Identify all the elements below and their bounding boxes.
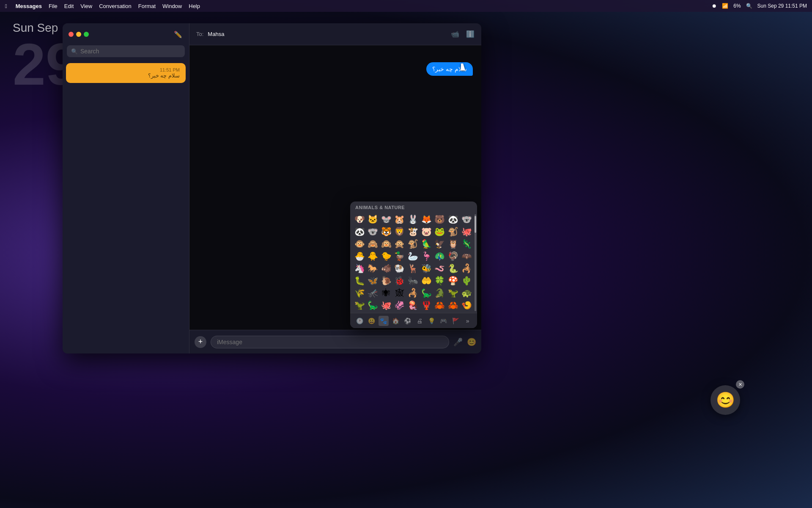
emoji-snake[interactable]: 🐍 <box>447 262 459 274</box>
emoji-bat[interactable]: 🦇 <box>461 250 472 262</box>
emoji-scorpion[interactable]: 🦂 <box>461 262 472 274</box>
emoji-mushroom[interactable]: 🍄 <box>447 275 459 287</box>
emoji-snail[interactable]: 🐌 <box>380 275 392 287</box>
emoji-t-rex[interactable]: 🦖 <box>447 287 459 299</box>
maximize-button[interactable] <box>84 32 89 37</box>
emoji-cat-food[interactable]: 🏠 <box>390 316 401 326</box>
emoji-lobster[interactable]: 🦞 <box>420 299 432 311</box>
emoji-cactus[interactable]: 🌵 <box>461 275 472 287</box>
emoji-cat-travel[interactable]: 🖨 <box>414 316 425 326</box>
emoji-turtle[interactable]: 🐢 <box>461 287 472 299</box>
emoji-panda[interactable]: 🐼 <box>447 213 459 225</box>
apple-menu[interactable]:  <box>5 3 7 9</box>
emoji-butterfly[interactable]: 🦋 <box>367 275 379 287</box>
audio-input-button[interactable]: 🎤 <box>453 337 463 347</box>
emoji-swan[interactable]: 🦢 <box>407 250 419 262</box>
emoji-flamingo[interactable]: 🦩 <box>420 250 432 262</box>
emoji-sheaf[interactable]: 🌾 <box>354 287 365 299</box>
emoji-cat-symbols[interactable]: 🎮 <box>439 316 449 326</box>
emoji-cat-clock[interactable]: 🕐 <box>354 316 365 326</box>
emoji-bug[interactable]: 🐛 <box>354 275 365 287</box>
emoji-duck[interactable]: 🦆 <box>394 250 406 262</box>
search-bar[interactable]: 🔍 <box>67 45 185 57</box>
emoji-horse[interactable]: 🐎 <box>367 262 379 274</box>
message-input[interactable] <box>211 336 449 348</box>
emoji-chick[interactable]: 🐥 <box>367 250 379 262</box>
emoji-four-leaf[interactable]: 🍀 <box>434 275 446 287</box>
menubar-conversation[interactable]: Conversation <box>99 3 132 9</box>
emoji-see-no-evil[interactable]: 🙈 <box>367 238 379 250</box>
emoji-ram[interactable]: 🐏 <box>394 262 406 274</box>
close-reaction-button[interactable]: ✕ <box>736 380 744 389</box>
search-input[interactable] <box>80 48 181 55</box>
menubar-search-icon[interactable]: 🔍 <box>746 3 752 9</box>
menubar-help[interactable]: Help <box>189 3 200 9</box>
compose-button[interactable]: ✏️ <box>173 29 183 39</box>
emoji-mosquito[interactable]: 🦟 <box>367 287 379 299</box>
emoji-shrimp[interactable]: 🍤 <box>461 299 472 311</box>
menubar-edit[interactable]: Edit <box>64 3 74 9</box>
emoji-hamster[interactable]: 🐹 <box>394 213 406 225</box>
emoji-parrot[interactable]: 🦜 <box>420 238 432 250</box>
emoji-chick2[interactable]: 🐤 <box>380 250 392 262</box>
emoji-dino3[interactable]: 🦕 <box>367 299 379 311</box>
emoji-polar-bear[interactable]: 🐨 <box>461 213 472 225</box>
emoji-scorpion2[interactable]: 🦂 <box>407 287 419 299</box>
emoji-spider[interactable]: 🕷 <box>380 287 392 299</box>
emoji-ladybug[interactable]: 🐞 <box>394 275 406 287</box>
emoji-octopus2[interactable]: 🐙 <box>380 299 392 311</box>
emoji-picker-button[interactable]: 😊 <box>467 337 476 347</box>
minimize-button[interactable] <box>76 32 81 37</box>
reaction-emoji-bubble[interactable]: 😊 <box>710 385 740 415</box>
menubar-control-center-icon[interactable]: ⏺ <box>712 3 717 9</box>
emoji-turkey[interactable]: 🦃 <box>447 250 459 262</box>
emoji-crab[interactable]: 🦀 <box>434 299 446 311</box>
emoji-boar[interactable]: 🐗 <box>380 262 392 274</box>
emoji-squid[interactable]: 🦑 <box>394 299 406 311</box>
emoji-octopus[interactable]: 🐙 <box>461 226 472 237</box>
emoji-praying-hands[interactable]: 🤲 <box>420 275 432 287</box>
emoji-mouse[interactable]: 🐭 <box>380 213 392 225</box>
emoji-unicorn[interactable]: 🦄 <box>354 262 365 274</box>
emoji-pig[interactable]: 🐷 <box>420 226 432 237</box>
emoji-rabbit[interactable]: 🐰 <box>407 213 419 225</box>
emoji-web[interactable]: 🕸 <box>394 287 406 299</box>
emoji-jellyfish[interactable]: 🪼 <box>407 299 419 311</box>
menubar-app-name[interactable]: Messages <box>16 3 42 9</box>
emoji-monkey[interactable]: 🐵 <box>354 238 365 250</box>
emoji-cat-activities[interactable]: ⚽ <box>403 316 413 326</box>
emoji-dog[interactable]: 🐶 <box>354 213 365 225</box>
emoji-worm[interactable]: 🪱 <box>434 262 446 274</box>
emoji-lizard[interactable]: 🦎 <box>461 238 472 250</box>
emoji-sauropod[interactable]: 🦕 <box>420 287 432 299</box>
menubar-format[interactable]: Format <box>138 3 156 9</box>
emoji-hatching[interactable]: 🐣 <box>354 250 365 262</box>
emoji-cat-more[interactable]: » <box>463 316 473 326</box>
close-button[interactable] <box>69 32 74 37</box>
emoji-hear-no-evil[interactable]: 🙉 <box>380 238 392 250</box>
emoji-crab2[interactable]: 🦀 <box>447 299 459 311</box>
menubar-view[interactable]: View <box>80 3 92 9</box>
info-icon[interactable]: ℹ️ <box>466 30 475 38</box>
emoji-cat-objects[interactable]: 💡 <box>427 316 437 326</box>
emoji-cat[interactable]: 🐱 <box>367 213 379 225</box>
emoji-scrollbar[interactable] <box>475 214 476 311</box>
emoji-monkey2[interactable]: 🐒 <box>407 238 419 250</box>
menubar-window[interactable]: Window <box>162 3 182 9</box>
emoji-peacock[interactable]: 🦚 <box>434 250 446 262</box>
video-call-icon[interactable]: 📹 <box>451 30 459 38</box>
emoji-owl[interactable]: 🦉 <box>447 238 459 250</box>
emoji-ant[interactable]: 🐜 <box>407 275 419 287</box>
menubar-file[interactable]: File <box>49 3 58 9</box>
emoji-lion[interactable]: 🦁 <box>394 226 406 237</box>
add-attachment-button[interactable]: + <box>195 336 206 348</box>
emoji-monkey-face[interactable]: 🐒 <box>447 226 459 237</box>
conversation-item[interactable]: 11:51 PM سلام چه خبر؟ <box>66 63 186 83</box>
emoji-cat-animals[interactable]: 🐾 <box>379 316 389 326</box>
emoji-frog[interactable]: 🐸 <box>434 226 446 237</box>
emoji-eagle[interactable]: 🦅 <box>434 238 446 250</box>
emoji-koala[interactable]: 🐨 <box>367 226 379 237</box>
emoji-deer[interactable]: 🦌 <box>407 262 419 274</box>
emoji-bear[interactable]: 🐻 <box>434 213 446 225</box>
emoji-tiger[interactable]: 🐯 <box>380 226 392 237</box>
